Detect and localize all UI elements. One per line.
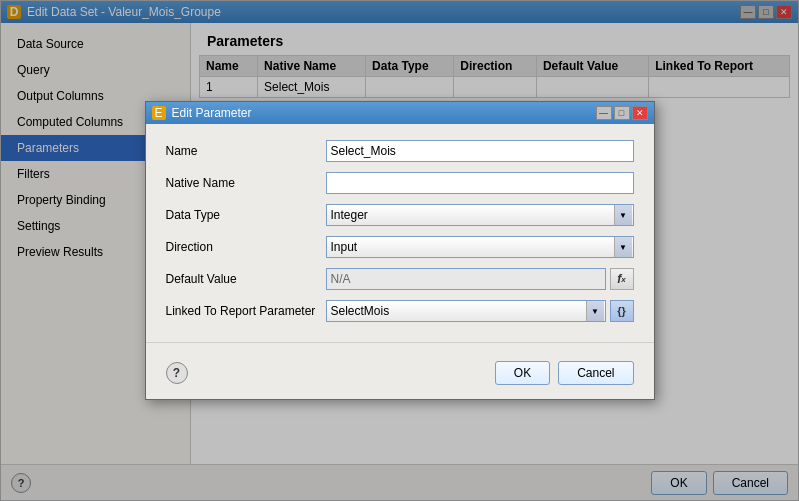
direction-control: Input Output InputOutput ▼ bbox=[326, 236, 634, 258]
dialog-help-button[interactable]: ? bbox=[166, 362, 188, 384]
outer-window: D Edit Data Set - Valeur_Mois_Groupe — □… bbox=[0, 0, 799, 501]
dialog-action-buttons: OK Cancel bbox=[495, 361, 634, 385]
dialog-window-controls: — □ ✕ bbox=[596, 106, 648, 120]
direction-select[interactable]: Input Output InputOutput bbox=[326, 236, 634, 258]
dialog-icon: E bbox=[152, 106, 166, 120]
name-label: Name bbox=[166, 144, 326, 158]
fx-button[interactable]: fx bbox=[610, 268, 634, 290]
name-row: Name bbox=[166, 140, 634, 162]
default-value-control: fx bbox=[326, 268, 634, 290]
dialog-restore-button[interactable]: □ bbox=[614, 106, 630, 120]
native-name-control bbox=[326, 172, 634, 194]
linked-param-row: Linked To Report Parameter SelectMois (N… bbox=[166, 300, 634, 322]
dialog-close-button[interactable]: ✕ bbox=[632, 106, 648, 120]
native-name-row: Native Name bbox=[166, 172, 634, 194]
data-type-select[interactable]: Integer String DateTime Boolean Float bbox=[326, 204, 634, 226]
data-type-select-wrap: Integer String DateTime Boolean Float ▼ bbox=[326, 204, 634, 226]
dialog-title: Edit Parameter bbox=[172, 106, 596, 120]
edit-parameter-dialog: E Edit Parameter — □ ✕ Name bbox=[145, 101, 655, 400]
modal-overlay: E Edit Parameter — □ ✕ Name bbox=[1, 1, 798, 500]
direction-label: Direction bbox=[166, 240, 326, 254]
direction-row: Direction Input Output InputOutput ▼ bbox=[166, 236, 634, 258]
default-value-label: Default Value bbox=[166, 272, 326, 286]
linked-param-label: Linked To Report Parameter bbox=[166, 304, 326, 318]
direction-select-wrap: Input Output InputOutput ▼ bbox=[326, 236, 634, 258]
data-type-row: Data Type Integer String DateTime Boolea… bbox=[166, 204, 634, 226]
dialog-titlebar: E Edit Parameter — □ ✕ bbox=[146, 102, 654, 124]
linked-param-select[interactable]: SelectMois (None) bbox=[326, 300, 606, 322]
data-type-label: Data Type bbox=[166, 208, 326, 222]
name-control bbox=[326, 140, 634, 162]
name-input[interactable] bbox=[326, 140, 634, 162]
dialog-ok-button[interactable]: OK bbox=[495, 361, 550, 385]
linked-param-control: SelectMois (None) ▼ {} bbox=[326, 300, 634, 322]
linked-param-select-wrap: SelectMois (None) ▼ bbox=[326, 300, 606, 322]
dialog-minimize-button[interactable]: — bbox=[596, 106, 612, 120]
curly-braces-button[interactable]: {} bbox=[610, 300, 634, 322]
default-value-row: Default Value fx bbox=[166, 268, 634, 290]
data-type-control: Integer String DateTime Boolean Float ▼ bbox=[326, 204, 634, 226]
dialog-footer: ? OK Cancel bbox=[146, 351, 654, 399]
native-name-input[interactable] bbox=[326, 172, 634, 194]
default-value-input[interactable] bbox=[326, 268, 606, 290]
dialog-cancel-button[interactable]: Cancel bbox=[558, 361, 633, 385]
native-name-label: Native Name bbox=[166, 176, 326, 190]
dialog-content: Name Native Name Data Type bbox=[146, 124, 654, 342]
